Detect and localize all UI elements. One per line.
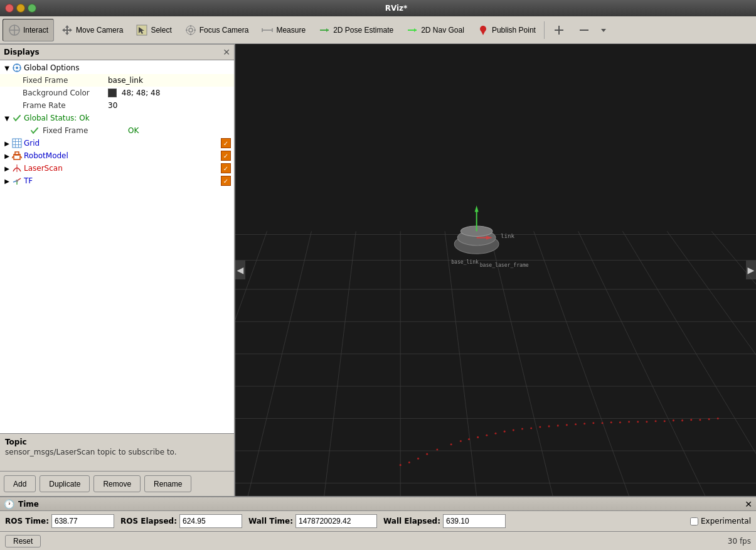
- laserscan-checkbox[interactable]: ✓: [220, 163, 232, 174]
- tf-toggle[interactable]: ▶: [3, 176, 11, 185]
- wall-elapsed-input[interactable]: [443, 514, 506, 528]
- svg-rect-35: [15, 152, 19, 155]
- measure-button[interactable]: Measure: [255, 19, 311, 41]
- laserscan-item[interactable]: ▶ LaserScan ✓: [0, 162, 234, 175]
- viewport-left-arrow[interactable]: ◀: [235, 261, 245, 279]
- toolbar-plus-button[interactable]: [547, 19, 571, 41]
- ros-time-input[interactable]: [51, 514, 114, 528]
- svg-point-96: [628, 421, 630, 423]
- toolbar-expand-button[interactable]: [597, 24, 610, 36]
- svg-point-105: [708, 418, 710, 420]
- duplicate-button[interactable]: Duplicate: [40, 475, 90, 492]
- focus-camera-button[interactable]: Focus Camera: [179, 19, 255, 41]
- svg-text:base_link: base_link: [451, 259, 479, 265]
- svg-point-99: [655, 420, 657, 422]
- experimental-field: Experimental: [690, 517, 751, 526]
- laserscan-toggle[interactable]: ▶: [3, 164, 11, 173]
- minimize-window-button[interactable]: [16, 4, 25, 13]
- global-status-item[interactable]: ▼ Global Status: Ok: [0, 112, 234, 124]
- svg-point-76: [450, 443, 452, 445]
- interact-icon: [8, 24, 21, 36]
- displays-header: Displays ✕: [0, 44, 234, 60]
- measure-icon: [261, 24, 274, 36]
- svg-marker-22: [601, 29, 606, 32]
- svg-point-82: [504, 431, 506, 433]
- robotmodel-label: RobotModel: [23, 151, 220, 160]
- toolbar-separator: [544, 21, 545, 39]
- publish-point-button[interactable]: Publish Point: [471, 19, 541, 41]
- global-status-toggle[interactable]: ▼: [3, 114, 11, 122]
- ros-time-label: ROS Time:: [5, 517, 49, 526]
- nav-goal-label: 2D Nav Goal: [421, 26, 464, 35]
- tf-label: TF: [23, 176, 220, 185]
- svg-point-83: [513, 429, 514, 431]
- svg-point-95: [619, 421, 621, 423]
- remove-button[interactable]: Remove: [93, 475, 141, 492]
- svg-point-103: [690, 419, 692, 421]
- ros-elapsed-input[interactable]: [179, 514, 242, 528]
- pose-estimate-button[interactable]: 2D Pose Estimate: [312, 19, 399, 41]
- svg-point-85: [530, 427, 532, 429]
- toolbar-minus-button[interactable]: [572, 19, 596, 41]
- svg-point-91: [583, 423, 585, 424]
- time-close-button[interactable]: ✕: [745, 499, 752, 509]
- svg-point-108: [426, 453, 428, 455]
- viewport[interactable]: link base_link base_laser_frame: [235, 44, 756, 496]
- rename-button[interactable]: Rename: [144, 475, 191, 492]
- time-content: ROS Time: ROS Elapsed: Wall Time: Wall E…: [0, 511, 756, 531]
- wall-time-field: Wall Time:: [248, 514, 377, 528]
- add-button[interactable]: Add: [4, 475, 36, 492]
- 3d-view-svg: link base_link base_laser_frame: [235, 44, 756, 496]
- robotmodel-checkbox[interactable]: ✓: [220, 150, 232, 161]
- frame-rate-row[interactable]: Frame Rate 30: [0, 99, 234, 112]
- move-camera-button[interactable]: Move Camera: [55, 19, 129, 41]
- svg-point-110: [408, 461, 410, 463]
- svg-point-106: [717, 418, 719, 419]
- viewport-right-arrow[interactable]: ▶: [746, 261, 756, 279]
- displays-title: Displays: [4, 48, 40, 57]
- nav-goal-button[interactable]: 2D Nav Goal: [400, 19, 470, 41]
- svg-point-100: [664, 420, 666, 422]
- fixed-frame-toggle: [11, 76, 20, 85]
- measure-label: Measure: [276, 26, 306, 35]
- fixed-frame-status-row[interactable]: Fixed Frame OK: [0, 124, 234, 137]
- minus-icon: [578, 24, 590, 36]
- displays-close-button[interactable]: ✕: [223, 47, 230, 57]
- wall-time-input[interactable]: [295, 514, 377, 528]
- robotmodel-item[interactable]: ▶ RobotModel ✓: [0, 149, 234, 162]
- interact-button[interactable]: Interact: [3, 19, 54, 41]
- grid-toggle[interactable]: ▶: [3, 139, 11, 148]
- window-controls: [5, 4, 36, 13]
- svg-point-87: [548, 425, 550, 427]
- reset-button[interactable]: Reset: [5, 535, 41, 547]
- background-color-row[interactable]: Background Color 48; 48; 48: [0, 87, 234, 99]
- close-window-button[interactable]: [5, 4, 14, 13]
- select-button[interactable]: Select: [130, 19, 177, 41]
- svg-rect-29: [13, 139, 21, 148]
- fixed-frame-label: Fixed Frame: [20, 76, 108, 85]
- svg-point-24: [16, 67, 18, 69]
- background-color-label: Background Color: [20, 89, 108, 97]
- svg-point-104: [699, 419, 701, 421]
- global-options-item[interactable]: ▼ Global Options: [0, 62, 234, 74]
- svg-point-77: [460, 440, 462, 442]
- global-status-label: Global Status: Ok: [23, 114, 232, 122]
- fixed-frame-row[interactable]: Fixed Frame base_link: [0, 74, 234, 87]
- ff-status-toggle: [20, 126, 29, 135]
- grid-item[interactable]: ▶ Grid ✓: [0, 137, 234, 149]
- move-camera-label: Move Camera: [76, 26, 123, 35]
- grid-checkbox[interactable]: ✓: [220, 138, 232, 149]
- maximize-window-button[interactable]: [28, 4, 36, 13]
- pose-estimate-label: 2D Pose Estimate: [333, 26, 393, 35]
- global-options-toggle[interactable]: ▼: [3, 63, 11, 72]
- topic-description: sensor_msgs/LaserScan topic to subscribe…: [5, 448, 229, 456]
- wall-elapsed-field: Wall Elapsed:: [383, 514, 506, 528]
- experimental-checkbox[interactable]: [690, 517, 698, 526]
- tf-checkbox[interactable]: ✓: [220, 175, 232, 186]
- focus-camera-icon: [184, 24, 197, 36]
- tf-item[interactable]: ▶ TF ✓: [0, 175, 234, 187]
- robotmodel-toggle[interactable]: ▶: [3, 151, 11, 160]
- ros-time-field: ROS Time:: [5, 514, 114, 528]
- pose-estimate-icon: [318, 24, 331, 36]
- displays-tree[interactable]: ▼ Global Options Fixed Frame: [0, 60, 234, 433]
